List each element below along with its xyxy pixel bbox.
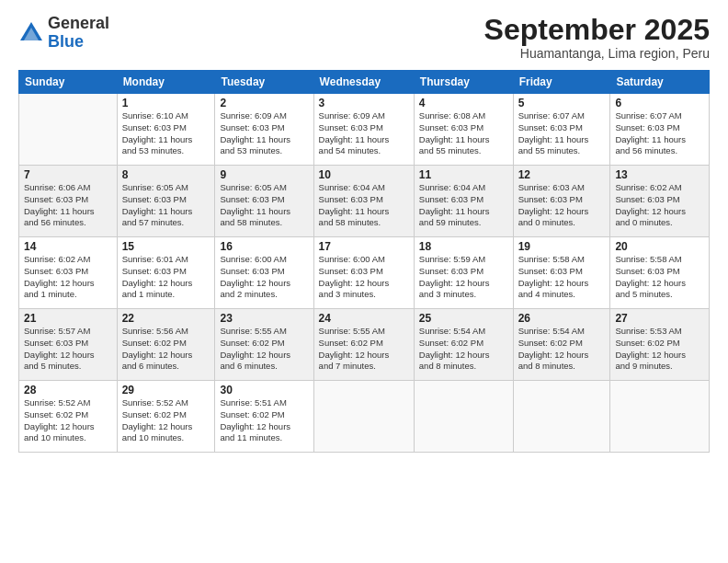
- day-number: 6: [615, 97, 704, 109]
- table-row: 14Sunrise: 6:02 AMSunset: 6:03 PMDayligh…: [19, 237, 118, 309]
- day-number: 2: [220, 97, 308, 109]
- day-number: 30: [220, 384, 308, 396]
- day-number: 20: [615, 240, 704, 253]
- day-info: Sunrise: 5:51 AMSunset: 6:02 PMDaylight:…: [220, 397, 308, 444]
- table-row: 12Sunrise: 6:03 AMSunset: 6:03 PMDayligh…: [513, 166, 610, 237]
- day-number: 18: [419, 240, 508, 253]
- day-info: Sunrise: 5:58 AMSunset: 6:03 PMDaylight:…: [615, 254, 704, 301]
- day-number: 9: [220, 168, 308, 181]
- day-info: Sunrise: 6:02 AMSunset: 6:03 PMDaylight:…: [24, 254, 112, 301]
- table-row: 19Sunrise: 5:58 AMSunset: 6:03 PMDayligh…: [513, 237, 610, 309]
- table-row: 30Sunrise: 5:51 AMSunset: 6:02 PMDayligh…: [215, 381, 313, 453]
- day-info: Sunrise: 6:01 AMSunset: 6:03 PMDaylight:…: [122, 254, 210, 301]
- table-row: 25Sunrise: 5:54 AMSunset: 6:02 PMDayligh…: [414, 309, 513, 381]
- day-number: 14: [24, 240, 112, 253]
- table-row: 13Sunrise: 6:02 AMSunset: 6:03 PMDayligh…: [610, 166, 710, 237]
- day-info: Sunrise: 6:03 AMSunset: 6:03 PMDaylight:…: [518, 182, 606, 229]
- table-row: 21Sunrise: 5:57 AMSunset: 6:03 PMDayligh…: [19, 309, 118, 381]
- day-number: 15: [122, 240, 210, 253]
- logo-blue-text: Blue: [48, 33, 109, 52]
- day-number: 19: [518, 240, 606, 253]
- table-row: 3Sunrise: 6:09 AMSunset: 6:03 PMDaylight…: [313, 94, 414, 166]
- day-number: 28: [24, 384, 112, 396]
- table-row: [313, 381, 414, 453]
- col-thursday: Thursday: [414, 71, 513, 94]
- table-row: 11Sunrise: 6:04 AMSunset: 6:03 PMDayligh…: [414, 166, 513, 237]
- day-info: Sunrise: 5:57 AMSunset: 6:03 PMDaylight:…: [24, 326, 112, 373]
- day-info: Sunrise: 5:54 AMSunset: 6:02 PMDaylight:…: [419, 326, 508, 373]
- day-info: Sunrise: 6:09 AMSunset: 6:03 PMDaylight:…: [220, 110, 308, 157]
- day-info: Sunrise: 5:56 AMSunset: 6:02 PMDaylight:…: [122, 326, 210, 373]
- logo: General Blue: [18, 15, 109, 52]
- calendar-week-row: 21Sunrise: 5:57 AMSunset: 6:03 PMDayligh…: [19, 309, 710, 381]
- day-number: 4: [419, 97, 508, 109]
- day-info: Sunrise: 6:04 AMSunset: 6:03 PMDaylight:…: [319, 182, 409, 229]
- day-info: Sunrise: 5:55 AMSunset: 6:02 PMDaylight:…: [220, 326, 308, 373]
- calendar-week-row: 28Sunrise: 5:52 AMSunset: 6:02 PMDayligh…: [19, 381, 710, 453]
- day-info: Sunrise: 5:59 AMSunset: 6:03 PMDaylight:…: [419, 254, 508, 301]
- day-number: 22: [122, 312, 210, 325]
- table-row: 9Sunrise: 6:05 AMSunset: 6:03 PMDaylight…: [215, 166, 313, 237]
- table-row: 20Sunrise: 5:58 AMSunset: 6:03 PMDayligh…: [610, 237, 710, 309]
- day-info: Sunrise: 6:07 AMSunset: 6:03 PMDaylight:…: [615, 110, 704, 157]
- table-row: 18Sunrise: 5:59 AMSunset: 6:03 PMDayligh…: [414, 237, 513, 309]
- table-row: [414, 381, 513, 453]
- table-row: 2Sunrise: 6:09 AMSunset: 6:03 PMDaylight…: [215, 94, 313, 166]
- col-friday: Friday: [513, 71, 610, 94]
- day-info: Sunrise: 5:55 AMSunset: 6:02 PMDaylight:…: [319, 326, 409, 373]
- table-row: 7Sunrise: 6:06 AMSunset: 6:03 PMDaylight…: [19, 166, 118, 237]
- table-row: 17Sunrise: 6:00 AMSunset: 6:03 PMDayligh…: [313, 237, 414, 309]
- logo-general-text: General: [48, 15, 109, 33]
- table-row: [19, 94, 118, 166]
- day-number: 21: [24, 312, 112, 325]
- title-block: September 2025 Huamantanga, Lima region,…: [484, 15, 710, 61]
- day-number: 1: [122, 97, 210, 109]
- table-row: 23Sunrise: 5:55 AMSunset: 6:02 PMDayligh…: [215, 309, 313, 381]
- day-number: 5: [518, 97, 606, 109]
- col-sunday: Sunday: [19, 71, 118, 94]
- table-row: 10Sunrise: 6:04 AMSunset: 6:03 PMDayligh…: [313, 166, 414, 237]
- day-info: Sunrise: 5:53 AMSunset: 6:02 PMDaylight:…: [615, 326, 704, 373]
- day-number: 17: [319, 240, 409, 253]
- month-title: September 2025: [484, 15, 710, 44]
- calendar-week-row: 14Sunrise: 6:02 AMSunset: 6:03 PMDayligh…: [19, 237, 710, 309]
- table-row: 29Sunrise: 5:52 AMSunset: 6:02 PMDayligh…: [117, 381, 215, 453]
- day-info: Sunrise: 6:00 AMSunset: 6:03 PMDaylight:…: [319, 254, 409, 301]
- calendar-week-row: 1Sunrise: 6:10 AMSunset: 6:03 PMDaylight…: [19, 94, 710, 166]
- table-row: [610, 381, 710, 453]
- day-info: Sunrise: 6:02 AMSunset: 6:03 PMDaylight:…: [615, 182, 704, 229]
- col-tuesday: Tuesday: [215, 71, 313, 94]
- day-info: Sunrise: 5:54 AMSunset: 6:02 PMDaylight:…: [518, 326, 606, 373]
- table-row: 22Sunrise: 5:56 AMSunset: 6:02 PMDayligh…: [117, 309, 215, 381]
- logo-icon: [18, 20, 44, 46]
- day-number: 3: [319, 97, 409, 109]
- day-number: 25: [419, 312, 508, 325]
- day-number: 8: [122, 168, 210, 181]
- page: General Blue September 2025 Huamantanga,…: [0, 0, 728, 563]
- day-number: 16: [220, 240, 308, 253]
- table-row: 8Sunrise: 6:05 AMSunset: 6:03 PMDaylight…: [117, 166, 215, 237]
- day-number: 23: [220, 312, 308, 325]
- day-info: Sunrise: 5:52 AMSunset: 6:02 PMDaylight:…: [24, 397, 112, 444]
- table-row: 28Sunrise: 5:52 AMSunset: 6:02 PMDayligh…: [19, 381, 118, 453]
- day-info: Sunrise: 6:10 AMSunset: 6:03 PMDaylight:…: [122, 110, 210, 157]
- day-info: Sunrise: 6:08 AMSunset: 6:03 PMDaylight:…: [419, 110, 508, 157]
- day-info: Sunrise: 6:07 AMSunset: 6:03 PMDaylight:…: [518, 110, 606, 157]
- day-number: 26: [518, 312, 606, 325]
- day-number: 29: [122, 384, 210, 396]
- table-row: [513, 381, 610, 453]
- day-info: Sunrise: 6:05 AMSunset: 6:03 PMDaylight:…: [220, 182, 308, 229]
- table-row: 27Sunrise: 5:53 AMSunset: 6:02 PMDayligh…: [610, 309, 710, 381]
- col-wednesday: Wednesday: [313, 71, 414, 94]
- day-number: 27: [615, 312, 704, 325]
- day-info: Sunrise: 5:52 AMSunset: 6:02 PMDaylight:…: [122, 397, 210, 444]
- day-info: Sunrise: 6:09 AMSunset: 6:03 PMDaylight:…: [319, 110, 409, 157]
- day-number: 12: [518, 168, 606, 181]
- day-info: Sunrise: 6:05 AMSunset: 6:03 PMDaylight:…: [122, 182, 210, 229]
- day-info: Sunrise: 6:00 AMSunset: 6:03 PMDaylight:…: [220, 254, 308, 301]
- col-monday: Monday: [117, 71, 215, 94]
- col-saturday: Saturday: [610, 71, 710, 94]
- table-row: 26Sunrise: 5:54 AMSunset: 6:02 PMDayligh…: [513, 309, 610, 381]
- table-row: 16Sunrise: 6:00 AMSunset: 6:03 PMDayligh…: [215, 237, 313, 309]
- table-row: 1Sunrise: 6:10 AMSunset: 6:03 PMDaylight…: [117, 94, 215, 166]
